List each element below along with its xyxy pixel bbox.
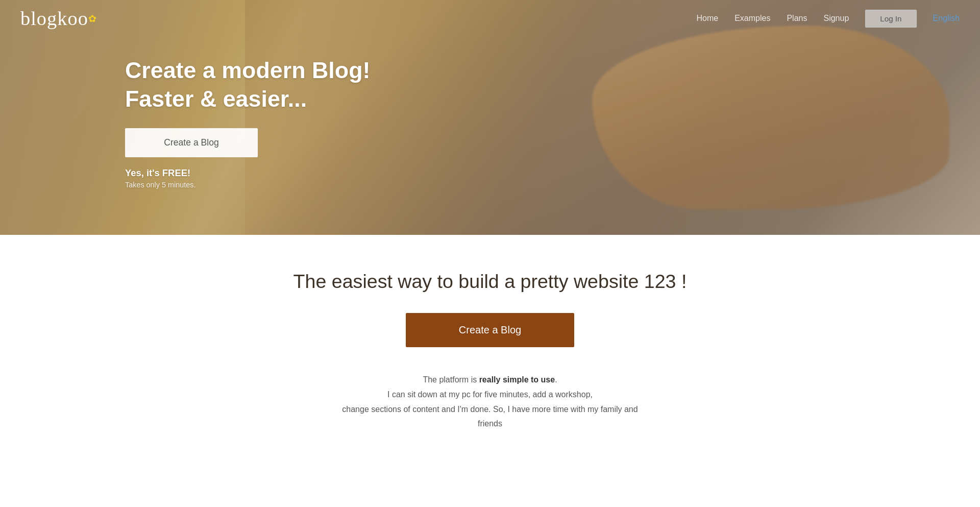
platform-text-2: . bbox=[555, 375, 557, 384]
logo-flower-icon: ✿ bbox=[88, 13, 97, 25]
hero-title: Create a modern Blog! Faster & easier... bbox=[125, 56, 370, 113]
hero-free-label: Yes, it's FREE! bbox=[125, 167, 370, 179]
hero-content: Create a modern Blog! Faster & easier...… bbox=[0, 46, 370, 189]
main-tagline: The easiest way to build a pretty websit… bbox=[10, 271, 970, 293]
platform-text-bold: really simple to use bbox=[479, 375, 555, 384]
hero-title-line2: Faster & easier... bbox=[125, 86, 307, 111]
language-selector[interactable]: English bbox=[933, 14, 960, 23]
site-logo[interactable]: blogkoo✿ bbox=[20, 7, 97, 30]
logo-text: blogkoo bbox=[20, 7, 88, 30]
nav-examples[interactable]: Examples bbox=[734, 14, 770, 23]
main-section: The easiest way to build a pretty websit… bbox=[0, 235, 980, 452]
login-button[interactable]: Log In bbox=[865, 10, 916, 28]
navbar: blogkoo✿ Home Examples Plans Signup Log … bbox=[0, 0, 980, 37]
platform-text-1: The platform is bbox=[423, 375, 479, 384]
hero-title-line1: Create a modern Blog! bbox=[125, 57, 370, 83]
platform-line3: change sections of content and I'm done.… bbox=[342, 405, 638, 428]
nav-home[interactable]: Home bbox=[696, 14, 718, 23]
main-create-blog-button[interactable]: Create a Blog bbox=[406, 313, 574, 347]
nav-signup[interactable]: Signup bbox=[823, 14, 849, 23]
nav-plans[interactable]: Plans bbox=[787, 14, 807, 23]
platform-description: The platform is really simple to use. I … bbox=[337, 373, 643, 431]
platform-line2: I can sit down at my pc for five minutes… bbox=[387, 390, 593, 399]
nav-links: Home Examples Plans Signup Log In Englis… bbox=[696, 10, 960, 28]
hero-create-blog-button[interactable]: Create a Blog bbox=[125, 128, 258, 157]
hero-time-label: Takes only 5 minutes. bbox=[125, 181, 370, 189]
